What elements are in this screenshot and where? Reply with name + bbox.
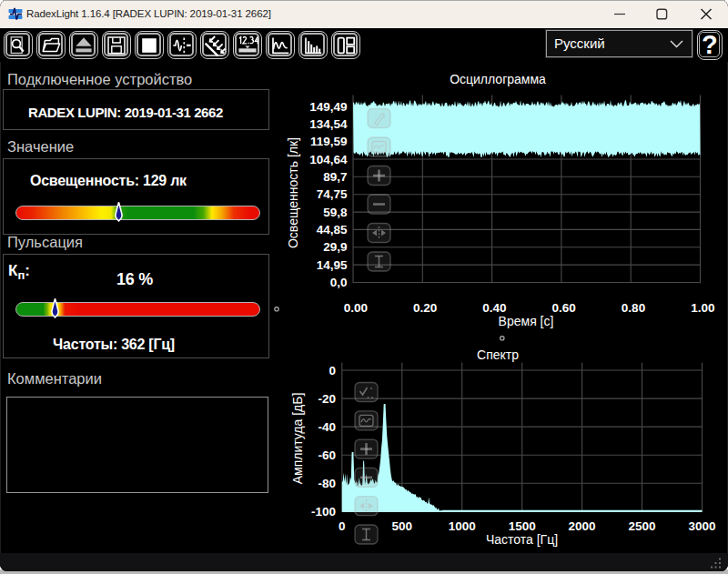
svg-text:Амплитуда [дБ]: Амплитуда [дБ] bbox=[290, 393, 305, 485]
svg-text:104,64: 104,64 bbox=[309, 153, 348, 166]
svg-text:74,75: 74,75 bbox=[317, 187, 348, 201]
svg-text:0: 0 bbox=[329, 364, 336, 378]
svg-text:44,85: 44,85 bbox=[317, 223, 348, 237]
svg-text:Спектр: Спектр bbox=[477, 347, 519, 362]
svg-text:29,9: 29,9 bbox=[323, 240, 347, 254]
svg-text:59,8: 59,8 bbox=[323, 206, 348, 219]
svg-text:0,0: 0,0 bbox=[330, 276, 348, 289]
svg-text:0: 0 bbox=[339, 519, 346, 533]
svg-text:-40: -40 bbox=[318, 420, 336, 434]
svg-text:89,7: 89,7 bbox=[323, 170, 347, 184]
svg-text:Время [с]: Время [с] bbox=[499, 314, 554, 328]
svg-text:119,59: 119,59 bbox=[310, 135, 348, 148]
svg-text:0.20: 0.20 bbox=[413, 301, 437, 315]
svg-text:Осциллограмма: Осциллограмма bbox=[450, 72, 546, 86]
svg-text:0.00: 0.00 bbox=[344, 301, 368, 315]
svg-text:500: 500 bbox=[392, 519, 413, 533]
svg-text:3000: 3000 bbox=[688, 519, 715, 533]
svg-text:1.00: 1.00 bbox=[691, 301, 714, 315]
svg-text:2000: 2000 bbox=[569, 519, 596, 533]
svg-text:Освещенность [лк]: Освещенность [лк] bbox=[286, 137, 300, 248]
svg-text:-80: -80 bbox=[318, 477, 336, 490]
svg-text:-20: -20 bbox=[318, 392, 336, 406]
svg-text:134,54: 134,54 bbox=[309, 117, 348, 131]
svg-text:2500: 2500 bbox=[628, 519, 655, 533]
svg-text:-60: -60 bbox=[318, 448, 336, 462]
svg-text:0.60: 0.60 bbox=[552, 301, 576, 315]
svg-text:1000: 1000 bbox=[449, 519, 476, 533]
svg-text:149,49: 149,49 bbox=[309, 100, 347, 114]
svg-text:0.80: 0.80 bbox=[622, 301, 645, 315]
svg-text:14,95: 14,95 bbox=[317, 258, 348, 272]
svg-text:-100: -100 bbox=[311, 505, 336, 519]
svg-text:Частота [Гц]: Частота [Гц] bbox=[486, 532, 558, 547]
